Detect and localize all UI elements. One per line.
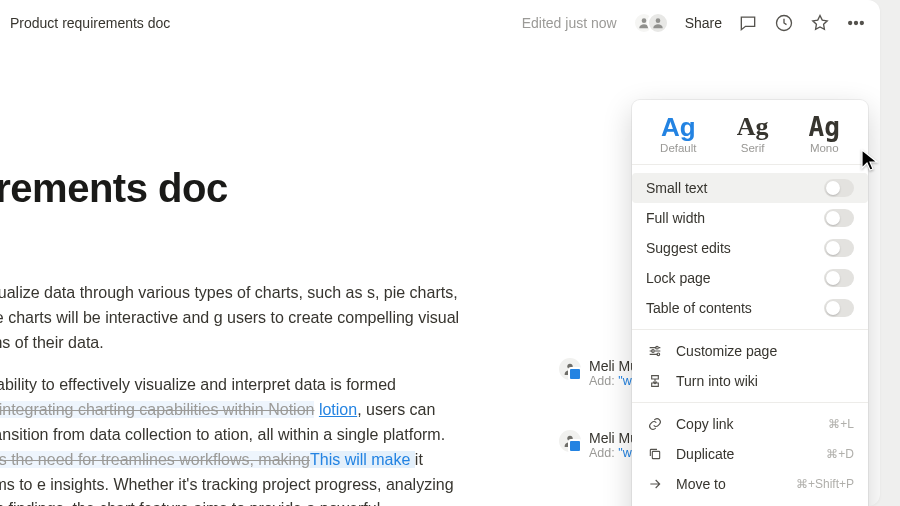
svg-point-0 xyxy=(641,18,646,23)
svg-point-10 xyxy=(657,353,660,356)
toggle-switch[interactable] xyxy=(824,209,854,227)
deleted-text: By integrating charting capabilities wit… xyxy=(0,401,314,418)
toggle-section: Small text Full width Suggest edits Lock… xyxy=(632,165,868,323)
font-sample: Ag xyxy=(737,114,769,140)
paragraph[interactable]: ed world, the ability to effectively vis… xyxy=(0,373,460,506)
duplicate-icon xyxy=(646,445,664,463)
clock-icon[interactable] xyxy=(774,13,794,33)
font-sample: Ag xyxy=(661,114,696,140)
inserted-link[interactable]: lotion xyxy=(319,401,357,418)
toggle-table-of-contents[interactable]: Table of contents xyxy=(632,293,868,323)
link-icon xyxy=(646,415,664,433)
svg-point-8 xyxy=(656,346,659,349)
avatar xyxy=(559,358,581,380)
toggle-label: Table of contents xyxy=(646,300,752,316)
svg-point-1 xyxy=(655,18,660,23)
toggle-label: Suggest edits xyxy=(646,240,731,256)
app-window: Product requirements doc Edited just now… xyxy=(0,0,880,506)
presence-avatars[interactable] xyxy=(633,12,669,34)
page-content[interactable]: requirements doc le users to visualize d… xyxy=(0,166,460,506)
mouse-cursor xyxy=(858,148,882,176)
svg-rect-11 xyxy=(652,451,659,458)
toggle-suggest-edits[interactable]: Suggest edits xyxy=(632,233,868,263)
toggle-switch[interactable] xyxy=(824,239,854,257)
comment-add-label: Add: xyxy=(589,374,615,388)
svg-point-5 xyxy=(860,22,863,25)
menu-label: Duplicate xyxy=(676,446,734,462)
deleted-text: This eliminates the need for treamlines … xyxy=(0,451,310,468)
inserted-text: This will make xyxy=(310,451,415,468)
menu-label: Turn into wiki xyxy=(676,373,758,389)
star-icon[interactable] xyxy=(810,13,830,33)
font-sample: Ag xyxy=(809,114,840,140)
font-label: Default xyxy=(660,142,696,154)
svg-point-3 xyxy=(849,22,852,25)
toggle-switch[interactable] xyxy=(824,299,854,317)
menu-label: Customize page xyxy=(676,343,777,359)
edited-label: Edited just now xyxy=(522,15,617,31)
toggle-label: Full width xyxy=(646,210,705,226)
action-section: Customize page Turn into wiki xyxy=(632,336,868,396)
toggle-switch[interactable] xyxy=(824,269,854,287)
arrow-right-icon xyxy=(646,475,664,493)
breadcrumb[interactable]: Product requirements doc xyxy=(4,11,176,35)
page-body: requirements doc le users to visualize d… xyxy=(0,46,880,506)
svg-point-9 xyxy=(652,350,655,353)
sliders-icon xyxy=(646,342,664,360)
toggle-label: Small text xyxy=(646,180,707,196)
page-title[interactable]: requirements doc xyxy=(0,166,460,211)
keyboard-shortcut: ⌘+Shift+P xyxy=(796,477,854,491)
action-section: Copy link ⌘+L Duplicate ⌘+D Move to ⌘+Sh… xyxy=(632,409,868,506)
menu-delete[interactable]: Delete xyxy=(632,499,868,506)
keyboard-shortcut: ⌘+L xyxy=(828,417,854,431)
divider xyxy=(632,402,868,403)
menu-duplicate[interactable]: Duplicate ⌘+D xyxy=(632,439,868,469)
toggle-full-width[interactable]: Full width xyxy=(632,203,868,233)
font-option-serif[interactable]: Ag Serif xyxy=(737,114,769,154)
font-label: Mono xyxy=(810,142,839,154)
menu-turn-into-wiki[interactable]: Turn into wiki xyxy=(632,366,868,396)
menu-customize-page[interactable]: Customize page xyxy=(632,336,868,366)
font-label: Serif xyxy=(741,142,765,154)
toggle-label: Lock page xyxy=(646,270,711,286)
comments-icon[interactable] xyxy=(738,13,758,33)
keyboard-shortcut: ⌘+D xyxy=(826,447,854,461)
menu-label: Move to xyxy=(676,476,726,492)
toggle-small-text[interactable]: Small text xyxy=(632,173,868,203)
toggle-lock-page[interactable]: Lock page xyxy=(632,263,868,293)
comment-add-label: Add: xyxy=(589,446,615,460)
paragraph[interactable]: le users to visualize data through vario… xyxy=(0,281,460,355)
menu-label: Copy link xyxy=(676,416,734,432)
menu-copy-link[interactable]: Copy link ⌘+L xyxy=(632,409,868,439)
avatar xyxy=(559,430,581,452)
font-picker: Ag Default Ag Serif Ag Mono xyxy=(632,110,868,165)
svg-point-6 xyxy=(567,364,572,369)
menu-move-to[interactable]: Move to ⌘+Shift+P xyxy=(632,469,868,499)
svg-point-7 xyxy=(567,436,572,441)
convert-icon xyxy=(646,372,664,390)
share-button[interactable]: Share xyxy=(685,15,722,31)
font-option-mono[interactable]: Ag Mono xyxy=(809,114,840,154)
divider xyxy=(632,329,868,330)
toggle-switch[interactable] xyxy=(824,179,854,197)
font-option-default[interactable]: Ag Default xyxy=(660,114,696,154)
topbar-actions: Edited just now Share xyxy=(522,12,866,34)
more-icon[interactable] xyxy=(846,13,866,33)
svg-point-4 xyxy=(855,22,858,25)
page-options-menu: Ag Default Ag Serif Ag Mono Small text xyxy=(632,100,868,506)
topbar: Product requirements doc Edited just now… xyxy=(0,0,880,46)
avatar xyxy=(647,12,669,34)
